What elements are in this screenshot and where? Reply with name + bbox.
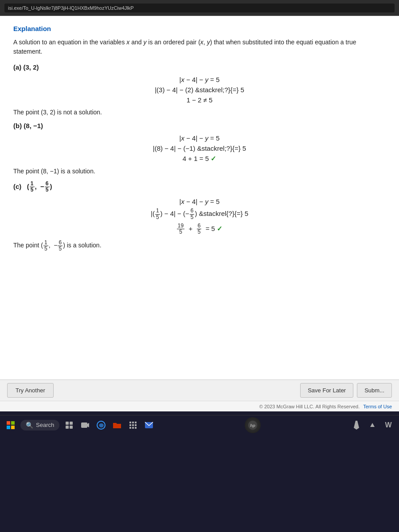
part-a-math: |x − 4| − y = 5 |(3) − 4| − (2) &stackre…: [13, 74, 386, 105]
hp-logo-area: hp: [159, 417, 347, 433]
w-app-button[interactable]: W: [382, 419, 395, 431]
apps-button[interactable]: [127, 419, 139, 431]
part-a-label: (a) (3, 2): [13, 63, 386, 71]
part-c-label: (c) (15, −65): [13, 181, 386, 193]
search-label: Search: [36, 422, 54, 428]
mail-button[interactable]: [143, 419, 155, 431]
url-bar[interactable]: isi.exe/To_U-lgNslkr7j8P3jH-lQ1HXBxM9hoz…: [4, 4, 395, 12]
browser-bar: isi.exe/To_U-lgNslkr7j8P3jH-lQ1HXBxM9hoz…: [0, 0, 399, 16]
system-tray-button[interactable]: [366, 419, 379, 431]
save-for-later-button[interactable]: Save For Later: [300, 383, 353, 398]
svg-rect-2: [66, 426, 69, 429]
svg-rect-4: [81, 422, 87, 428]
w-label: W: [385, 421, 391, 429]
svg-rect-3: [70, 426, 73, 429]
hp-logo: hp: [245, 417, 261, 433]
content-area: Explanation A solution to an equation in…: [0, 16, 399, 379]
taskbar: 🔍 Search: [0, 415, 399, 434]
button-bar: Try Another Save For Later Subm...: [0, 379, 399, 401]
submit-button[interactable]: Subm...: [357, 383, 392, 398]
svg-rect-1: [70, 422, 73, 425]
svg-rect-11: [132, 424, 134, 426]
try-another-button[interactable]: Try Another: [7, 383, 54, 398]
search-icon: 🔍: [26, 422, 33, 429]
part-a-step1: |(3) − 4| − (2) &stackrel;?}{=} 5: [155, 86, 244, 94]
svg-marker-19: [370, 423, 375, 427]
part-c-conclusion: The point (15, −65) is a solution.: [13, 240, 386, 252]
mail-icon: [145, 422, 153, 429]
up-arrow-icon: [370, 422, 375, 428]
svg-rect-13: [129, 427, 131, 429]
folder-icon: [113, 421, 121, 429]
part-c-step2: 195 + 65 = 5 ✓: [176, 223, 223, 235]
part-b-step2: 4 + 1 = 5 ✓: [183, 155, 216, 163]
svg-rect-0: [66, 422, 69, 425]
camera-button[interactable]: [79, 419, 91, 431]
part-b-label: (b) (8, −1): [13, 122, 386, 129]
part-c-step1: |(15) − 4| − (−65) &stackrel{?}{=} 5: [151, 208, 248, 220]
svg-rect-8: [132, 422, 134, 423]
apps-icon: [129, 421, 137, 429]
terms-link[interactable]: Terms of Use: [363, 404, 392, 409]
svg-text:hp: hp: [250, 422, 255, 427]
pen-icon-button[interactable]: [350, 419, 363, 431]
part-a-eq1: |x − 4| − y = 5: [180, 76, 220, 83]
footer-bar: © 2023 McGraw Hill LLC. All Rights Reser…: [0, 401, 399, 411]
stylus-icon: [353, 421, 360, 430]
explanation-title: Explanation: [13, 25, 386, 32]
right-buttons: Save For Later Subm...: [300, 383, 392, 398]
svg-rect-9: [135, 422, 137, 423]
taskbar-search[interactable]: 🔍 Search: [20, 420, 59, 430]
svg-rect-15: [135, 427, 137, 429]
part-c-math: |x − 4| − y = 5 |(15) − 4| − (−65) &stac…: [13, 196, 386, 236]
task-view-icon: [65, 421, 73, 429]
svg-rect-10: [129, 424, 131, 426]
part-b-step1: |(8) − 4| − (−1) &stackrel;?}{=} 5: [153, 145, 246, 152]
part-c-eq1: |x − 4| − y = 5: [180, 198, 220, 205]
svg-rect-14: [132, 427, 134, 429]
svg-rect-12: [135, 424, 137, 426]
part-a-conclusion: The point (3, 2) is not a solution.: [13, 109, 386, 116]
intro-text: A solution to an equation in the variabl…: [13, 38, 386, 56]
dark-section: 🔍 Search: [0, 415, 399, 532]
part-b-conclusion: The point (8, −1) is a solution.: [13, 168, 386, 175]
edge-browser-button[interactable]: [95, 419, 107, 431]
windows-logo-icon: [7, 421, 15, 429]
part-a-step2: 1 − 2 ≠ 5: [187, 96, 213, 104]
part-b-eq1: |x − 4| − y = 5: [180, 134, 220, 142]
camera-icon: [81, 422, 90, 429]
svg-rect-7: [129, 422, 131, 423]
windows-start-button[interactable]: [4, 419, 17, 431]
task-view-button[interactable]: [63, 419, 75, 431]
copyright-text: © 2023 McGraw Hill LLC. All Rights Reser…: [259, 404, 360, 409]
edge-icon: [97, 421, 106, 430]
svg-marker-5: [87, 423, 89, 427]
file-explorer-button[interactable]: [111, 419, 123, 431]
part-b-math: |x − 4| − y = 5 |(8) − 4| − (−1) &stackr…: [13, 133, 386, 164]
